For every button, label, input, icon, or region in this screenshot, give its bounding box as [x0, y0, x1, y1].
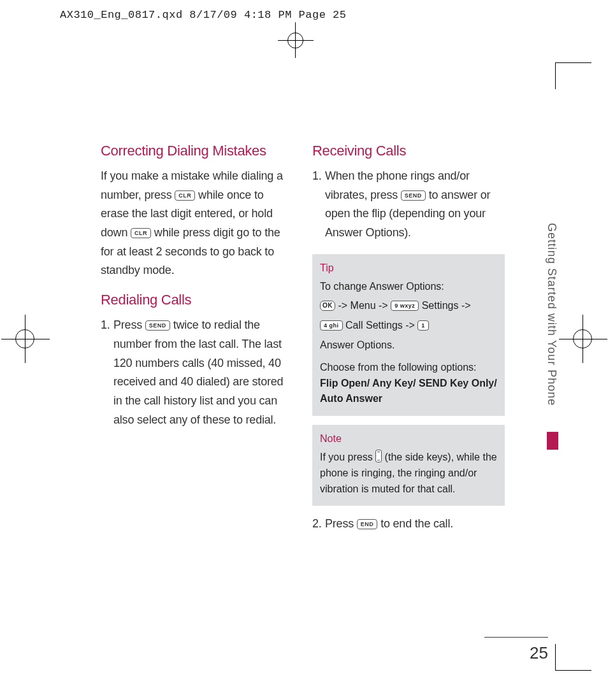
send-key-icon: SEND [401, 190, 426, 201]
list-number: 1. [312, 167, 325, 243]
four-key-icon: 4 ghi [320, 320, 343, 331]
tip-title: Tip [320, 261, 497, 276]
crop-mark [555, 62, 556, 89]
list-item: 2. Press END to end the call. [312, 515, 505, 534]
send-key-icon: SEND [145, 320, 170, 331]
crop-mark [555, 644, 556, 671]
registration-mark [15, 329, 34, 348]
text: If you press (the side keys), while the … [320, 450, 497, 497]
text: When the phone rings and/or vibrates, pr… [325, 167, 505, 243]
note-box: Note If you press (the side keys), while… [312, 425, 505, 506]
paragraph: If you make a mistake while dialing a nu… [101, 167, 293, 280]
section-tab-label: Getting Started with Your Phone [545, 223, 558, 406]
section-tab-marker [547, 432, 558, 450]
heading-correcting: Correcting Dialing Mistakes [101, 143, 293, 159]
end-key-icon: END [357, 519, 378, 529]
options-list: Flip Open/ Any Key/ SEND Key Only/ Auto … [320, 378, 497, 404]
settings-label: Settings [422, 300, 459, 311]
prepress-slug: AX310_Eng_0817.qxd 8/17/09 4:18 PM Page … [60, 9, 346, 21]
page-number-rule [484, 637, 548, 638]
registration-mark [573, 329, 592, 348]
menu-label: Menu [351, 300, 376, 311]
answer-options-label: Answer Options [320, 339, 392, 350]
clr-key-icon: CLR [175, 190, 195, 201]
right-column: Receiving Calls 1. When the phone rings … [312, 143, 505, 545]
text: 4 ghi Call Settings -> 1 [320, 318, 497, 334]
list-item: 1. When the phone rings and/or vibrates,… [312, 167, 505, 243]
registration-mark [287, 32, 303, 48]
nine-key-icon: 9 wxyz [391, 301, 419, 311]
note-title: Note [320, 431, 497, 447]
tip-box: Tip To change Answer Options: OK -> Menu… [312, 254, 505, 416]
text: Press SEND twice to redial the number fr… [113, 316, 293, 429]
text: to end the call. [380, 517, 453, 530]
list-number: 1. [101, 316, 113, 429]
text: twice to redial the number from the last… [113, 318, 283, 425]
text: If you press [320, 452, 375, 462]
text: To change Answer Options: [320, 279, 497, 295]
left-column: Correcting Dialing Mistakes If you make … [101, 143, 293, 545]
heading-redialing: Redialing Calls [101, 292, 293, 308]
text: Flip Open/ Any Key/ SEND Key Only/ Auto … [320, 376, 497, 408]
heading-receiving: Receiving Calls [312, 143, 505, 159]
call-settings-label: Call Settings [345, 320, 403, 331]
text: Choose from the following options: [320, 360, 497, 376]
page-content: Correcting Dialing Mistakes If you make … [101, 143, 509, 545]
list-item: 1. Press SEND twice to redial the number… [101, 316, 293, 429]
page-number: 25 [530, 643, 548, 663]
text: Press [325, 517, 357, 530]
text: Press END to end the call. [325, 515, 505, 534]
text: Answer Options. [320, 338, 497, 354]
side-key-icon [375, 450, 382, 462]
one-key-icon: 1 [417, 320, 429, 331]
ok-key-icon: OK [320, 301, 335, 311]
crop-mark [556, 62, 591, 63]
text: OK -> Menu -> 9 wxyz Settings -> [320, 298, 497, 314]
list-number: 2. [312, 515, 325, 534]
text: Press [113, 318, 145, 331]
crop-mark [556, 670, 591, 671]
clr-key-icon: CLR [131, 228, 151, 238]
